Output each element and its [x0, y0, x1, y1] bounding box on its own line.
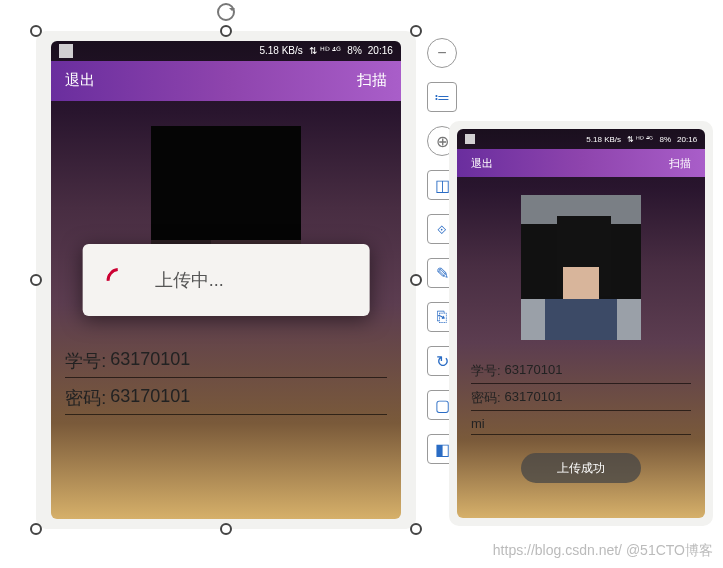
extra-field[interactable]: mi — [471, 411, 691, 435]
student-id-value: 63170101 — [505, 362, 563, 380]
screen-right: 5.18 KB/s ⇅ ᴴᴰ ⁴ᴳ 8% 20:16 退出 扫描 学号: 631… — [457, 129, 705, 518]
avatar-image-pixelated — [521, 195, 641, 340]
resize-handle-tl[interactable] — [30, 25, 42, 37]
selection-frame[interactable] — [36, 31, 416, 529]
battery: 8% — [660, 135, 672, 144]
avatar-zone — [457, 177, 705, 357]
resize-handle-r[interactable] — [410, 274, 422, 286]
password-value: 63170101 — [505, 389, 563, 407]
resize-handle-tr[interactable] — [410, 25, 422, 37]
password-label: 密码: — [471, 389, 501, 407]
resize-handle-br[interactable] — [410, 523, 422, 535]
minus-icon[interactable]: − — [427, 38, 457, 68]
student-id-label: 学号: — [471, 362, 501, 380]
watermark: https://blog.csdn.net/ @51CTO博客 — [493, 542, 713, 560]
fields-area: 学号: 63170101 密码: 63170101 mi — [457, 357, 705, 435]
resize-handle-b[interactable] — [220, 523, 232, 535]
resize-handle-t[interactable] — [220, 25, 232, 37]
resize-handle-bl[interactable] — [30, 523, 42, 535]
layout-icon[interactable]: ≔ — [427, 82, 457, 112]
clock: 20:16 — [677, 135, 697, 144]
toast-text: 上传成功 — [557, 460, 605, 477]
password-field[interactable]: 密码: 63170101 — [471, 384, 691, 411]
net-icons: ⇅ ᴴᴰ ⁴ᴳ — [627, 135, 653, 144]
phone-right: 5.18 KB/s ⇅ ᴴᴰ ⁴ᴳ 8% 20:16 退出 扫描 学号: 631… — [449, 121, 713, 526]
watermark-url: https://blog.csdn.net/ — [493, 542, 622, 558]
student-id-field[interactable]: 学号: 63170101 — [471, 357, 691, 384]
status-bar: 5.18 KB/s ⇅ ᴴᴰ ⁴ᴳ 8% 20:16 — [457, 129, 705, 149]
extra-value: mi — [471, 416, 485, 431]
watermark-brand: @51CTO博客 — [626, 542, 713, 558]
resize-handle-l[interactable] — [30, 274, 42, 286]
app-topbar: 退出 扫描 — [457, 149, 705, 177]
exit-button[interactable]: 退出 — [471, 156, 493, 171]
rotate-handle-icon[interactable] — [217, 3, 235, 21]
scan-button[interactable]: 扫描 — [669, 156, 691, 171]
net-speed: 5.18 KB/s — [586, 135, 621, 144]
toast-success: 上传成功 — [521, 453, 641, 483]
notification-icon — [465, 134, 475, 144]
